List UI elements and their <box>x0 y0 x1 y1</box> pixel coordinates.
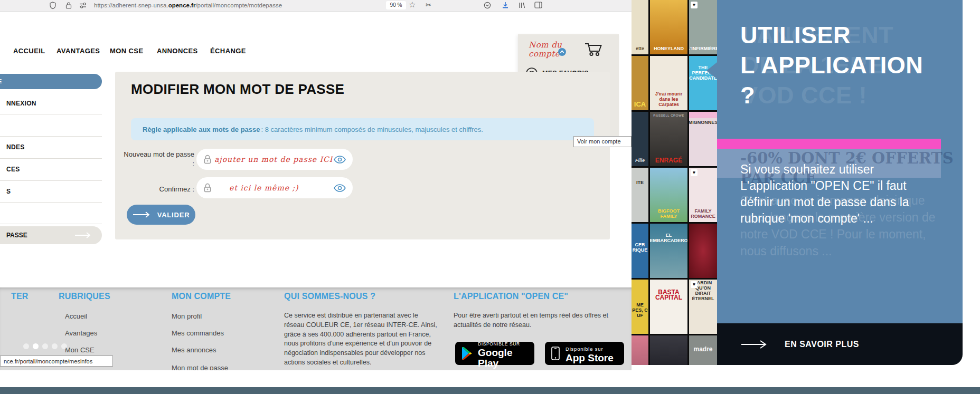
footer-rubriques-title: RUBRIQUES <box>59 292 110 301</box>
cart-icon[interactable] <box>583 41 604 57</box>
movie-poster[interactable]: ME PES, C UF <box>632 280 648 334</box>
zoom-level-badge[interactable]: 90 % <box>386 1 406 9</box>
url-domain: opence.fr <box>168 2 196 8</box>
sidebar-item-annonces[interactable]: CES <box>6 166 20 173</box>
eye-icon[interactable] <box>334 156 346 164</box>
carousel-dot-active[interactable] <box>33 343 39 349</box>
eye-icon[interactable] <box>334 184 346 192</box>
bookmark-star-icon[interactable]: ☆ <box>409 1 416 8</box>
google-play-badge[interactable]: DISPONIBLE SURGoogle Play <box>455 342 534 365</box>
movie-poster[interactable]: Fille <box>632 112 648 166</box>
movie-poster[interactable]: J'irai mourir dans les Carpates <box>650 56 687 110</box>
movie-poster[interactable]: BASTA CAPITAL <box>650 280 687 334</box>
badge-bottom-label: Google Play <box>478 347 512 369</box>
footer-link-mes-annonces[interactable]: Mes annonces <box>172 346 216 354</box>
divider <box>0 224 102 224</box>
footer-link-mon-profil[interactable]: Mon profil <box>172 312 202 320</box>
lock-icon <box>204 183 211 193</box>
carousel-dot[interactable] <box>23 343 29 349</box>
footer-link-mon-mot-de-passe[interactable]: Mon mot de passe <box>172 364 228 370</box>
sidebar-item-active-top[interactable]: E <box>0 74 102 89</box>
screenshot-icon[interactable]: ✂ <box>426 1 431 9</box>
app-store-badge[interactable]: Disponible surApp Store <box>545 342 624 365</box>
movie-poster[interactable]: ♥L'INFIRMIÈRE <box>689 0 717 54</box>
movie-poster[interactable]: EL EMBARCADERO <box>650 224 687 278</box>
carousel-dot[interactable] <box>52 343 58 349</box>
nav-avantages[interactable]: AVANTAGES <box>56 47 100 55</box>
movie-poster[interactable]: CER RIQUE <box>632 224 648 278</box>
confirm-password-placeholder: et ici le même ;) <box>214 184 334 192</box>
footer-link-accueil[interactable]: Accueil <box>65 312 87 320</box>
rule-label: Règle applicable aux mots de passe <box>143 126 260 133</box>
apple-phone-icon <box>550 346 561 361</box>
nav-echange[interactable]: ÉCHANGE <box>210 47 246 55</box>
movie-poster[interactable]: MIGNONNES <box>689 112 717 166</box>
movie-poster[interactable] <box>632 335 648 365</box>
sidebar-item-mot-de-passe[interactable]: PASSE <box>0 226 102 244</box>
promo-panel: LANCEMENTDE LA 1EREVOD CCE ! UTILISERL'A… <box>717 0 963 323</box>
footer-qui-sommes-nous-title: QUI SOMMES-NOUS ? <box>284 292 375 301</box>
pocket-icon[interactable] <box>484 2 491 9</box>
movie-poster[interactable]: ITE <box>632 168 648 222</box>
favorite-icon[interactable]: ♥ <box>691 169 698 176</box>
favorite-icon[interactable]: ♥ <box>691 2 698 8</box>
confirm-password-input[interactable]: et ici le même ;) <box>196 177 353 198</box>
movie-poster[interactable]: ♥FAMILY ROMANCE <box>689 168 717 222</box>
movie-poster[interactable]: ♥DANS UN JARDIN QU'ON DIRAIT ÉTERNEL <box>689 280 717 334</box>
divider <box>0 202 102 203</box>
sidebar-toggle-icon[interactable] <box>534 2 542 8</box>
divider <box>0 136 102 137</box>
movie-poster[interactable]: HONEYLAND <box>650 0 687 54</box>
nav-accueil[interactable]: ACCUEIL <box>13 47 45 55</box>
footer-link-mes-commandes[interactable]: Mes commandes <box>172 329 224 337</box>
chevron-up-icon[interactable] <box>558 48 566 56</box>
panel-pointer <box>706 62 717 79</box>
permissions-icon[interactable] <box>79 2 87 9</box>
divider <box>0 158 102 159</box>
library-icon[interactable] <box>519 2 526 9</box>
download-icon[interactable] <box>502 2 509 9</box>
screenshot-stage: https://adherent-snep-unsa.opence.fr/por… <box>0 0 980 394</box>
arrow-right-icon <box>740 340 770 349</box>
arrow-right-icon <box>74 232 93 239</box>
movie-poster[interactable]: IP MAN 4 <box>650 335 687 365</box>
url-bar[interactable]: https://adherent-snep-unsa.opence.fr/por… <box>94 2 282 8</box>
favorite-icon[interactable]: ♥ <box>691 281 698 288</box>
sidebar-item-commandes[interactable]: NDES <box>6 143 25 151</box>
footer-newsletter-title: TER <box>11 292 29 301</box>
footer-application-title: L'APPLICATION "OPEN CE" <box>454 292 568 301</box>
badge-top-label: Disponible sur <box>566 346 603 352</box>
movie-poster[interactable]: madre <box>689 335 717 365</box>
movie-poster[interactable] <box>689 224 717 278</box>
shield-icon[interactable] <box>49 2 56 9</box>
cta-label: EN SAVOIR PLUS <box>785 340 859 349</box>
footer-about-text: Ce service est distribué en partenariat … <box>284 311 439 368</box>
badge-top-label: DISPONIBLE SUR <box>478 341 520 347</box>
sidebar-item-connexion[interactable]: NNEXION <box>6 100 36 107</box>
url-path: /portail/moncompte/motdepasse <box>195 2 282 8</box>
movie-poster[interactable]: RUSSELL CROWEENRAGÉ <box>650 112 687 166</box>
confirm-password-label: Confirmez : <box>120 185 194 194</box>
carousel-dot[interactable] <box>61 343 67 349</box>
tooltip-voir-mon-compte: Voir mon compte <box>573 136 632 147</box>
submit-button[interactable]: VALIDER <box>127 205 195 225</box>
new-password-input[interactable]: ajouter un mot de passe ICI <box>196 149 353 170</box>
movie-poster[interactable]: BIGFOOT FAMILY <box>650 168 687 222</box>
movie-poster[interactable]: ICA <box>632 56 648 110</box>
promo-message: Si vous souhaitez utiliserL'application … <box>740 161 909 227</box>
movie-poster[interactable]: ette <box>632 0 648 54</box>
google-play-icon <box>460 347 473 360</box>
sidebar-item[interactable]: S <box>6 188 11 195</box>
footer-link-avantages[interactable]: Avantages <box>65 329 97 337</box>
lock-icon[interactable] <box>65 2 72 9</box>
en-savoir-plus-button[interactable]: EN SAVOIR PLUS <box>717 323 963 365</box>
rule-text: : 8 caractères minimum composés de minus… <box>261 126 483 133</box>
badge-bottom-label: App Store <box>566 352 614 363</box>
nav-annonces[interactable]: ANNONCES <box>157 47 198 55</box>
divider <box>0 180 102 181</box>
carousel-dot[interactable] <box>42 343 48 349</box>
nav-mon-cse[interactable]: MON CSE <box>110 47 143 55</box>
footer-link-mon-cse[interactable]: Mon CSE <box>65 346 95 354</box>
browser-toolbar: https://adherent-snep-unsa.opence.fr/por… <box>0 0 632 12</box>
password-rule-box: Règle applicable aux mots de passe : 8 c… <box>131 118 594 140</box>
